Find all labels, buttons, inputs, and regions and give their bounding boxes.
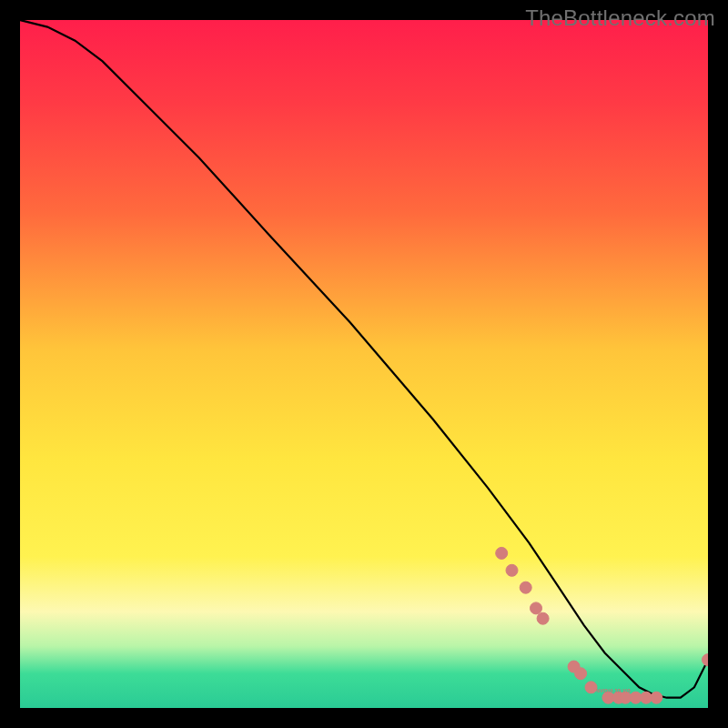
data-point bbox=[585, 682, 597, 693]
data-point bbox=[651, 692, 662, 703]
data-point bbox=[537, 612, 549, 624]
watermark-text: TheBottleneck.com bbox=[525, 5, 715, 31]
data-point bbox=[496, 547, 508, 559]
bottleneck-chart: NVIDIA 3D VIS bbox=[20, 20, 708, 708]
data-point bbox=[520, 581, 531, 593]
chart-stage: TheBottleneck.com NVIDIA 3D VIS bbox=[0, 0, 728, 728]
data-point bbox=[575, 668, 587, 680]
series-label: NVIDIA 3D VIS bbox=[596, 688, 631, 693]
gradient-background bbox=[20, 20, 708, 708]
data-point bbox=[531, 602, 542, 614]
data-point bbox=[506, 564, 518, 576]
